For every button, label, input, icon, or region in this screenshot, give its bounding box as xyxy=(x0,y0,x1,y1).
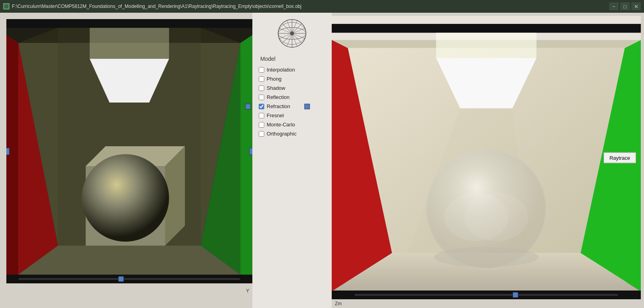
main-content: d xyxy=(0,13,644,308)
svg-point-46 xyxy=(464,193,529,241)
phong-label: Phong xyxy=(267,76,282,82)
svg-marker-41 xyxy=(436,33,536,58)
reflection-checkbox[interactable] xyxy=(259,95,264,100)
shadow-label: Shadow xyxy=(267,85,285,91)
checkbox-montecarlo[interactable]: Monte-Carlo xyxy=(259,122,296,128)
svg-marker-10 xyxy=(240,35,252,283)
phong-checkbox[interactable] xyxy=(259,76,264,82)
svg-point-19 xyxy=(82,154,169,242)
refraction-right-handle[interactable] xyxy=(304,104,310,109)
montecarlo-checkbox[interactable] xyxy=(259,122,264,128)
refraction-label: Refraction xyxy=(267,103,290,109)
minimize-button[interactable]: − xyxy=(609,2,619,10)
svg-rect-1 xyxy=(5,5,8,8)
left-viewport-left-handle[interactable] xyxy=(6,148,10,155)
checkbox-reflection[interactable]: Reflection xyxy=(259,94,296,100)
fresnel-checkbox[interactable] xyxy=(259,113,264,118)
viewport-left: d xyxy=(6,19,252,283)
checkbox-list: Interpolation Phong Shadow Reflection Re… xyxy=(252,67,296,140)
title-bar-controls: − □ ✕ xyxy=(609,2,641,10)
svg-rect-32 xyxy=(332,24,641,33)
interpolation-label: Interpolation xyxy=(267,67,295,73)
right-bottom-label: Zm xyxy=(335,301,342,306)
orthographic-checkbox[interactable] xyxy=(259,131,264,137)
checkbox-phong[interactable]: Phong xyxy=(259,76,296,82)
left-bottom-label: Y xyxy=(246,288,249,294)
title-bar: F:\Curriculum\Master\COMP5812M_Foundatio… xyxy=(0,0,644,13)
checkbox-fresnel[interactable]: Fresnel xyxy=(259,112,296,118)
montecarlo-label: Monte-Carlo xyxy=(267,122,295,128)
reflection-label: Reflection xyxy=(267,94,290,100)
maximize-button[interactable]: □ xyxy=(620,2,630,10)
svg-rect-3 xyxy=(6,19,252,28)
cornell-box-raytraced xyxy=(332,16,641,299)
raytrace-button[interactable]: Raytrace xyxy=(604,152,636,163)
fresnel-label: Fresnel xyxy=(267,112,284,118)
middle-panel: Model Interpolation Phong Shadow Reflect… xyxy=(252,13,332,308)
refraction-left-handle[interactable] xyxy=(245,104,251,109)
svg-point-47 xyxy=(434,247,538,267)
svg-marker-8 xyxy=(6,35,18,283)
orthographic-label: Orthographic xyxy=(267,131,296,137)
close-button[interactable]: ✕ xyxy=(631,2,641,10)
shadow-checkbox[interactable] xyxy=(259,85,264,91)
window-title: F:\Curriculum\Master\COMP5812M_Foundatio… xyxy=(12,4,302,9)
left-viewport-right-handle[interactable] xyxy=(249,148,252,155)
svg-marker-15 xyxy=(90,28,169,59)
cornell-box-preview xyxy=(6,19,252,283)
refraction-checkbox[interactable] xyxy=(259,104,264,109)
right-viewport-hscroll-thumb[interactable] xyxy=(513,292,518,298)
checkbox-refraction[interactable]: Refraction xyxy=(259,103,296,109)
checkbox-shadow[interactable]: Shadow xyxy=(259,85,296,91)
viewport-right: Raytrace xyxy=(332,16,641,299)
title-bar-left: F:\Curriculum\Master\COMP5812M_Foundatio… xyxy=(3,3,302,10)
left-viewport-hscroll-thumb[interactable] xyxy=(118,276,124,282)
wheel-icon xyxy=(276,17,308,49)
model-label: Model xyxy=(252,56,275,62)
checkbox-orthographic[interactable]: Orthographic xyxy=(259,131,296,137)
checkbox-interpolation[interactable]: Interpolation xyxy=(259,67,296,73)
interpolation-checkbox[interactable] xyxy=(259,67,264,73)
app-icon xyxy=(3,3,10,10)
